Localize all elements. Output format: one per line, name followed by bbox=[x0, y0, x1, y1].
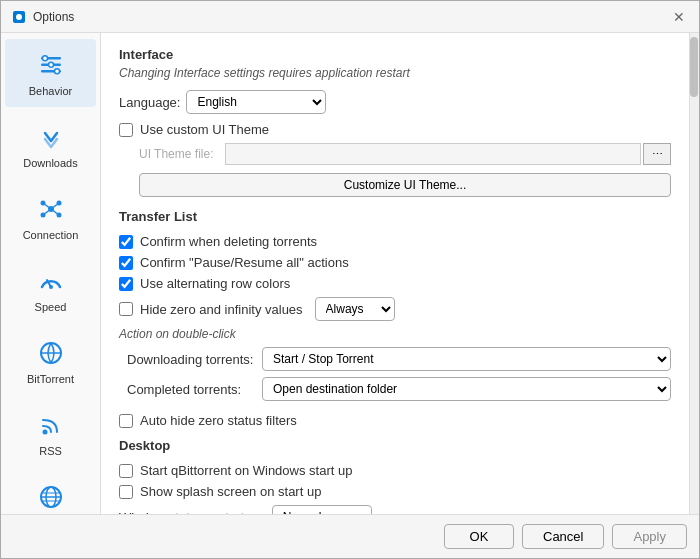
svg-point-21 bbox=[42, 430, 47, 435]
confirm-pause-row: Confirm "Pause/Resume all" actions bbox=[119, 255, 671, 270]
scrollbar-thumb[interactable] bbox=[690, 37, 698, 97]
downloading-torrents-row: Downloading torrents: Start / Stop Torre… bbox=[127, 347, 671, 371]
hide-zero-row: Hide zero and infinity values Always bbox=[119, 297, 671, 321]
confirm-delete-checkbox[interactable] bbox=[119, 235, 133, 249]
behavior-icon bbox=[35, 49, 67, 81]
use-custom-theme-checkbox[interactable] bbox=[119, 123, 133, 137]
start-on-startup-row: Start qBittorrent on Windows start up bbox=[119, 463, 671, 478]
svg-line-28 bbox=[101, 33, 111, 52]
completed-torrents-row: Completed torrents: Open destination fol… bbox=[127, 377, 671, 401]
window-icon bbox=[11, 9, 27, 25]
show-splash-label[interactable]: Show splash screen on start up bbox=[140, 484, 321, 499]
svg-point-7 bbox=[54, 69, 59, 74]
downloading-torrents-select[interactable]: Start / Stop Torrent bbox=[262, 347, 671, 371]
content-area: Interface Changing Interface settings re… bbox=[101, 33, 689, 514]
auto-hide-label[interactable]: Auto hide zero status filters bbox=[140, 413, 297, 428]
theme-file-input[interactable] bbox=[225, 143, 641, 165]
alternating-rows-checkbox[interactable] bbox=[119, 277, 133, 291]
start-on-startup-label[interactable]: Start qBittorrent on Windows start up bbox=[140, 463, 352, 478]
language-row: Language: English bbox=[119, 90, 671, 114]
sidebar-item-bittorrent[interactable]: BitTorrent bbox=[5, 327, 96, 395]
confirm-delete-label[interactable]: Confirm when deleting torrents bbox=[140, 234, 317, 249]
sidebar-label-behavior: Behavior bbox=[29, 85, 72, 97]
downloads-icon bbox=[35, 121, 67, 153]
confirm-pause-checkbox[interactable] bbox=[119, 256, 133, 270]
completed-torrents-select[interactable]: Open destination folder bbox=[262, 377, 671, 401]
options-window: Options ✕ Behavior bbox=[0, 0, 700, 559]
connection-icon bbox=[35, 193, 67, 225]
use-custom-theme-row: Use custom UI Theme bbox=[119, 122, 671, 137]
window-state-select[interactable]: Normal bbox=[272, 505, 372, 514]
svg-point-1 bbox=[16, 14, 22, 20]
rss-icon bbox=[35, 409, 67, 441]
downloading-torrents-label: Downloading torrents: bbox=[127, 352, 262, 367]
window-state-row: Window state on start up: Normal bbox=[119, 505, 671, 514]
svg-line-16 bbox=[51, 209, 59, 215]
cancel-button[interactable]: Cancel bbox=[522, 524, 604, 549]
sidebar-label-downloads: Downloads bbox=[23, 157, 77, 169]
bottom-bar: OK Cancel Apply bbox=[1, 514, 699, 558]
theme-file-label: UI Theme file: bbox=[139, 147, 219, 161]
sidebar-item-downloads[interactable]: Downloads bbox=[5, 111, 96, 179]
theme-file-browse-button[interactable]: ⋯ bbox=[643, 143, 671, 165]
start-on-startup-checkbox[interactable] bbox=[119, 464, 133, 478]
svg-line-14 bbox=[51, 203, 59, 209]
sidebar-item-connection[interactable]: Connection bbox=[5, 183, 96, 251]
always-select[interactable]: Always bbox=[315, 297, 395, 321]
apply-button[interactable]: Apply bbox=[612, 524, 687, 549]
auto-hide-checkbox[interactable] bbox=[119, 414, 133, 428]
sidebar-item-rss[interactable]: RSS bbox=[5, 399, 96, 467]
window-state-label: Window state on start up: bbox=[119, 510, 266, 515]
alternating-rows-label[interactable]: Use alternating row colors bbox=[140, 276, 290, 291]
sidebar: Behavior Downloads bbox=[1, 33, 101, 514]
double-click-section: Action on double-click Downloading torre… bbox=[119, 327, 671, 401]
interface-section-note: Changing Interface settings requires app… bbox=[119, 66, 671, 80]
close-button[interactable]: ✕ bbox=[669, 7, 689, 27]
svg-point-18 bbox=[49, 285, 53, 289]
sidebar-label-rss: RSS bbox=[39, 445, 62, 457]
interface-section-title: Interface bbox=[119, 47, 671, 62]
use-custom-theme-label[interactable]: Use custom UI Theme bbox=[140, 122, 269, 137]
main-content: Behavior Downloads bbox=[1, 33, 699, 514]
confirm-pause-label[interactable]: Confirm "Pause/Resume all" actions bbox=[140, 255, 349, 270]
svg-line-15 bbox=[43, 209, 51, 215]
language-select[interactable]: English bbox=[186, 90, 326, 114]
sidebar-label-speed: Speed bbox=[35, 301, 67, 313]
transfer-list-section-title: Transfer List bbox=[119, 209, 671, 224]
title-bar: Options ✕ bbox=[1, 1, 699, 33]
sidebar-item-webui[interactable]: Web UI bbox=[5, 471, 96, 514]
theme-file-row: UI Theme file: ⋯ bbox=[139, 143, 671, 165]
auto-hide-row: Auto hide zero status filters bbox=[119, 413, 671, 428]
window-title: Options bbox=[33, 10, 669, 24]
confirm-delete-row: Confirm when deleting torrents bbox=[119, 234, 671, 249]
completed-torrents-label: Completed torrents: bbox=[127, 382, 262, 397]
hide-zero-label[interactable]: Hide zero and infinity values bbox=[140, 302, 303, 317]
sidebar-item-behavior[interactable]: Behavior bbox=[5, 39, 96, 107]
svg-point-6 bbox=[48, 62, 53, 67]
customize-theme-button[interactable]: Customize UI Theme... bbox=[139, 173, 671, 197]
sidebar-item-speed[interactable]: Speed bbox=[5, 255, 96, 323]
scrollbar[interactable] bbox=[689, 33, 699, 514]
sidebar-label-bittorrent: BitTorrent bbox=[27, 373, 74, 385]
double-click-title: Action on double-click bbox=[119, 327, 671, 341]
ok-button[interactable]: OK bbox=[444, 524, 514, 549]
bittorrent-icon bbox=[35, 337, 67, 369]
show-splash-checkbox[interactable] bbox=[119, 485, 133, 499]
hide-zero-checkbox[interactable] bbox=[119, 302, 133, 316]
show-splash-row: Show splash screen on start up bbox=[119, 484, 671, 499]
svg-line-13 bbox=[43, 203, 51, 209]
alternating-rows-row: Use alternating row colors bbox=[119, 276, 671, 291]
desktop-section-title: Desktop bbox=[119, 438, 671, 453]
sidebar-label-connection: Connection bbox=[23, 229, 79, 241]
language-label: Language: bbox=[119, 95, 180, 110]
speed-icon bbox=[35, 265, 67, 297]
svg-point-5 bbox=[42, 56, 47, 61]
webui-icon bbox=[35, 481, 67, 513]
